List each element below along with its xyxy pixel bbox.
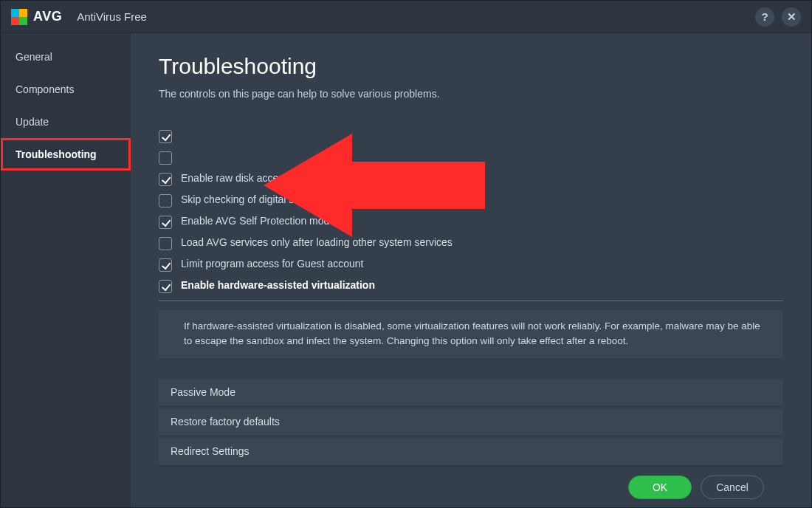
brand-block: AVG [11, 9, 62, 25]
page-subtitle: The controls on this page can help to so… [159, 88, 783, 100]
option-checkbox[interactable] [159, 216, 172, 229]
body: General Components Update Troubleshootin… [1, 33, 811, 507]
option-row: Load AVG services only after loading oth… [159, 236, 783, 250]
section-list: Passive Mode Restore factory defaults Re… [159, 379, 783, 464]
help-button[interactable]: ? [755, 7, 774, 27]
option-label: Limit program access for Guest account [181, 258, 363, 270]
option-checkbox[interactable] [159, 237, 172, 250]
section-redirect-settings[interactable]: Redirect Settings [159, 438, 783, 464]
sidebar-item-troubleshooting[interactable]: Troubleshooting [1, 138, 131, 171]
brand-wordmark: AVG [33, 9, 62, 24]
option-label: Enable AVG Self Protection module [181, 215, 343, 227]
avg-logo-icon [11, 9, 27, 25]
option-row: Enable hardware-assisted virtualization [159, 279, 783, 293]
section-passive-mode[interactable]: Passive Mode [159, 379, 783, 405]
sidebar-item-general[interactable]: General [1, 41, 131, 73]
titlebar: AVG AntiVirus Free ? ✕ [1, 1, 811, 33]
main-panel: Troubleshooting The controls on this pag… [131, 33, 811, 507]
option-label: Skip checking of digital signatures of i… [181, 193, 408, 205]
option-checkbox[interactable] [159, 280, 172, 293]
option-label: Enable raw disk access during AVG boot-t… [181, 172, 414, 184]
close-button[interactable]: ✕ [782, 7, 801, 27]
option-checkbox[interactable] [159, 151, 172, 165]
option-checkbox[interactable] [159, 194, 172, 207]
option-highlighted: Enable hardware-assisted virtualization [159, 279, 783, 301]
product-name: AntiVirus Free [77, 10, 147, 23]
info-box: If hardware-assisted virtualization is d… [159, 310, 783, 358]
option-checkbox[interactable] [159, 130, 172, 143]
option-checkbox[interactable] [159, 258, 172, 272]
footer: OK Cancel [159, 466, 783, 507]
option-row: Skip checking of digital signatures of i… [159, 193, 783, 207]
app-window: AVG AntiVirus Free ? ✕ General Component… [0, 0, 812, 508]
sidebar-item-update[interactable]: Update [1, 106, 131, 138]
ok-button[interactable]: OK [628, 476, 692, 499]
page-title: Troubleshooting [159, 54, 783, 79]
sidebar: General Components Update Troubleshootin… [1, 33, 131, 507]
option-label: Load AVG services only after loading oth… [181, 236, 453, 248]
option-row: Enable AVG Self Protection module [159, 215, 783, 229]
option-label: Enable hardware-assisted virtualization [181, 279, 375, 291]
option-checkbox[interactable] [159, 173, 172, 186]
option-row: Limit program access for Guest account [159, 258, 783, 272]
cancel-button[interactable]: Cancel [701, 476, 764, 499]
sidebar-item-components[interactable]: Components [1, 73, 131, 106]
options-list: Enable raw disk access during AVG boot-t… [159, 129, 783, 358]
option-row [159, 151, 783, 165]
section-restore-defaults[interactable]: Restore factory defaults [159, 408, 783, 435]
option-row [159, 129, 783, 143]
option-row: Enable raw disk access during AVG boot-t… [159, 172, 783, 186]
